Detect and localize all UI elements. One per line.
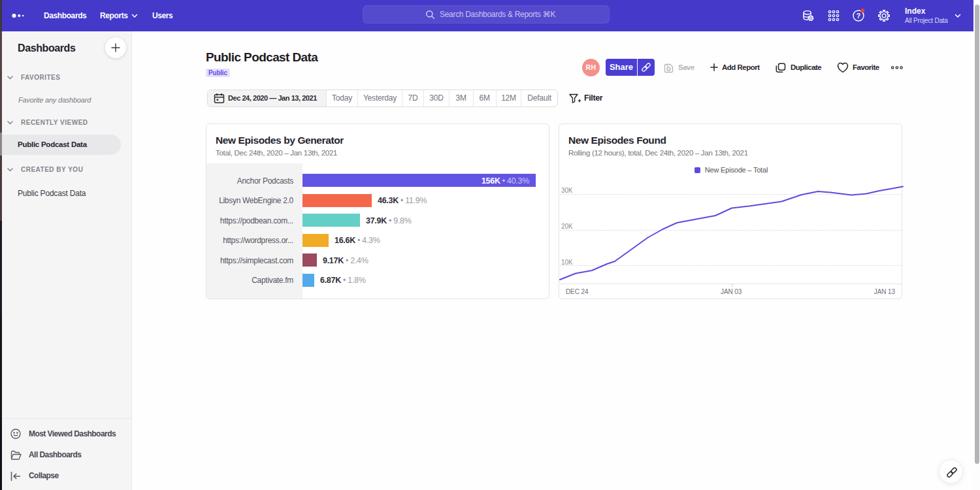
svg-text:?: ? — [857, 12, 860, 20]
